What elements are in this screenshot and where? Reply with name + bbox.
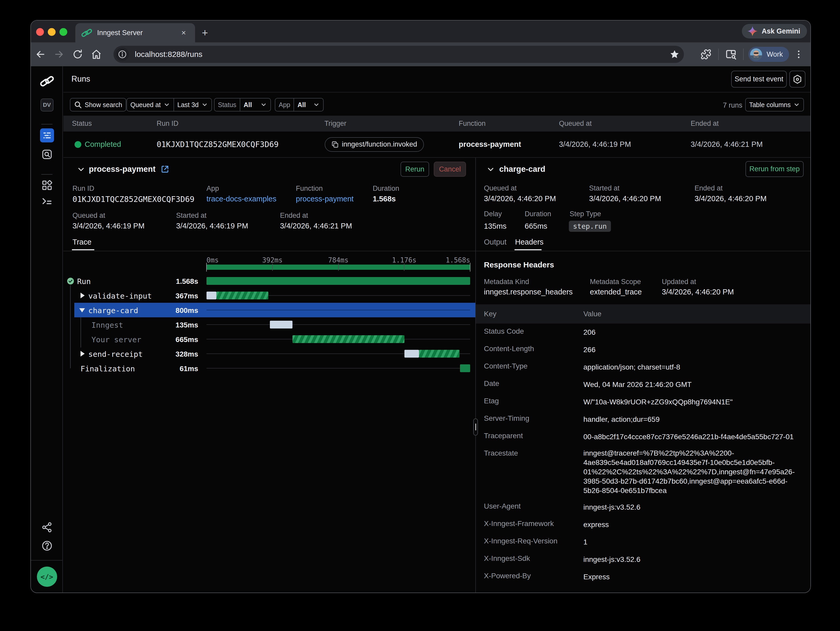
time-range-button[interactable]: Last 3d (174, 98, 212, 111)
bookmark-star-icon[interactable] (669, 49, 680, 60)
sidebar-item-apps[interactable] (31, 179, 63, 191)
sidebar-item-terminal[interactable] (31, 195, 63, 207)
extensions-icon[interactable] (698, 47, 714, 62)
browser-menu-icon[interactable] (791, 47, 806, 62)
header-row-traceparent: Traceparent00-a8bc2f17c4ccce87cc7376e524… (476, 428, 810, 446)
home-icon[interactable] (89, 47, 104, 62)
traffic-close-button[interactable] (36, 28, 44, 36)
caret-right-icon[interactable] (81, 351, 85, 357)
timeline-tick-label: 0ms (207, 256, 219, 264)
trace-span-validate-input[interactable]: validate-input367ms (63, 288, 475, 303)
span-duration: 61ms (159, 365, 198, 373)
span-bar-solid (207, 277, 470, 285)
info-value: inngest.response_headers (484, 288, 573, 296)
tab-output[interactable]: Output (484, 238, 507, 247)
header-key: Server-Timing (484, 414, 583, 423)
site-info-icon[interactable] (115, 47, 129, 61)
tab-trace[interactable]: Trace (73, 238, 92, 247)
queued-at-field-button[interactable]: Queued at (127, 98, 174, 111)
trace-span-finalization[interactable]: Finalization61ms (63, 361, 475, 376)
headers-table-body: Status Code206Content-Length266Content-T… (476, 324, 810, 585)
reload-icon[interactable] (70, 47, 85, 62)
header-value: application/json; charset=utf-8 (583, 362, 805, 372)
collapse-chevron-icon[interactable] (487, 166, 494, 173)
header-value: 206 (583, 328, 805, 337)
show-search-button[interactable]: Show search (70, 98, 126, 111)
url-bar[interactable]: localhost:8288/runs (114, 46, 684, 63)
info-label: Queued at (484, 184, 516, 192)
settings-button[interactable] (789, 71, 805, 88)
tab-close-icon[interactable]: × (178, 27, 189, 38)
profile-button[interactable]: Work (748, 47, 789, 62)
header-row-content-type: Content-Typeapplication/json; charset=ut… (476, 358, 810, 376)
info-value[interactable]: trace-docs-examples (207, 195, 276, 203)
info-label: Duration (525, 210, 551, 218)
sidebar-item-share[interactable] (31, 521, 63, 533)
column-header-queued-at: Queued at (559, 115, 592, 131)
header-key: X-Inngest-Framework (484, 519, 583, 528)
app-value-button[interactable]: All (294, 98, 323, 111)
new-tab-button[interactable]: + (199, 26, 212, 39)
sidebar-item-runs[interactable] (31, 128, 63, 142)
url-text[interactable]: localhost:8288/runs (135, 50, 669, 59)
header-key: Tracestate (484, 449, 583, 458)
traffic-zoom-button[interactable] (60, 28, 67, 36)
send-test-event-button[interactable]: Send test event (731, 71, 787, 88)
sidebar-env-badge[interactable]: DV (31, 98, 63, 111)
headers-table-head: Key Value (476, 304, 810, 324)
traffic-minimize-button[interactable] (48, 28, 55, 36)
dev-server-button[interactable]: </> (31, 566, 63, 587)
cancel-button[interactable]: Cancel (434, 162, 466, 177)
rerun-from-step-button[interactable]: Rerun from step (745, 161, 804, 177)
header-row-status code: Status Code206 (476, 324, 810, 341)
toolbar-right: Work (698, 43, 806, 66)
table-columns-button[interactable]: Table columns (745, 98, 804, 111)
browser-tab[interactable]: Inngest Server × (75, 23, 195, 43)
caret-right-icon[interactable] (81, 293, 85, 298)
info-value[interactable]: process-payment (296, 195, 354, 203)
header-key: X-Inngest-Req-Version (484, 536, 583, 546)
browser-toolbar: localhost:8288/runs (31, 43, 810, 66)
caret-down-icon[interactable] (79, 308, 85, 312)
trace-span-inngest[interactable]: Inngest135ms (63, 317, 475, 332)
run-table-row[interactable]: Completed 01KJXD1TQCZ852GMEX0CQF3D69 inn… (63, 131, 810, 157)
trace-span-run[interactable]: Run1.568s (63, 274, 475, 288)
header-value: W/"10a-W8k9rUOR+zZG9xQQp8hg7694N1E" (583, 397, 805, 407)
trace-span-charge-card[interactable]: charge-card800ms (63, 303, 475, 317)
back-icon[interactable] (33, 47, 48, 62)
sidebar-inngest-logo[interactable] (31, 75, 63, 87)
trace-span-send-receipt[interactable]: send-receipt328ms (63, 346, 475, 361)
span-duration: 367ms (159, 292, 198, 300)
header-value: Wed, 04 Mar 2026 21:46:20 GMT (583, 380, 805, 389)
header-value: inngest-js:v3.52.6 (583, 503, 805, 512)
inngest-logo-icon (81, 28, 92, 37)
rerun-button[interactable]: Rerun (401, 162, 429, 177)
trace-span-your-server[interactable]: Your server665ms (63, 332, 475, 346)
info-label: Metadata Scope (590, 278, 641, 286)
span-name: send-receipt (88, 350, 143, 359)
info-label: Delay (484, 210, 502, 218)
sidebar-item-event-search[interactable] (31, 149, 63, 160)
reading-mode-icon[interactable] (723, 47, 739, 62)
sidebar-divider-2 (41, 174, 52, 175)
forward-icon[interactable] (51, 47, 66, 62)
gemini-icon (747, 26, 758, 36)
collapse-chevron-icon[interactable] (77, 166, 85, 173)
run-id-cell: 01KJXD1TQCZ852GMEX0CQF3D69 (156, 131, 279, 157)
timeline-tick (404, 264, 404, 271)
queued-at-cell: 3/4/2026, 4:46:19 PM (559, 131, 631, 157)
trigger-chip[interactable]: inngest/function.invoked (325, 137, 424, 152)
sidebar-item-help[interactable] (31, 540, 63, 552)
ask-gemini-button[interactable]: Ask Gemini (742, 24, 807, 38)
tab-headers[interactable]: Headers (515, 238, 544, 247)
external-link-icon[interactable] (161, 165, 169, 174)
status-value-button[interactable]: All (240, 98, 270, 111)
span-guideline (207, 368, 470, 368)
column-header-status: Status (72, 115, 92, 131)
response-headers-title: Response Headers (484, 260, 554, 269)
column-header-run-id: Run ID (156, 115, 178, 131)
timeline-tick (272, 264, 273, 271)
timeline-ruler: 0ms392ms784ms1.176s1.568s (63, 264, 475, 270)
span-status-check-icon (66, 277, 74, 285)
header-key: User-Agent (484, 501, 583, 511)
